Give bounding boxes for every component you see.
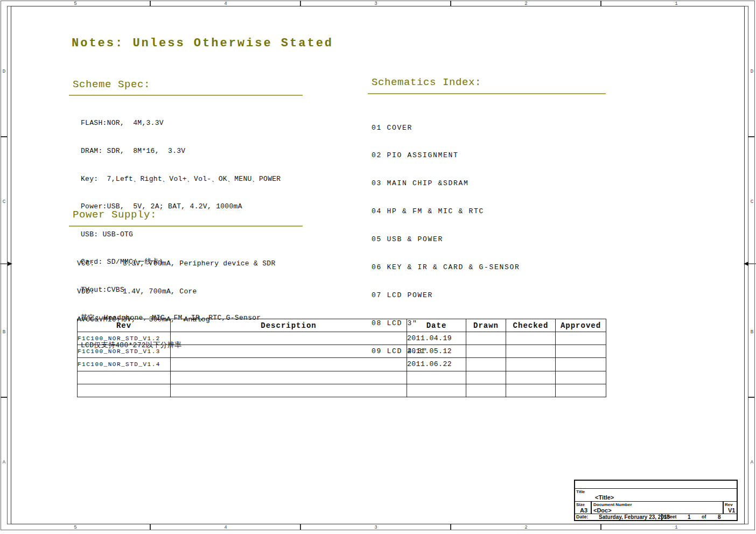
zone-label-top: 5 [70,1,81,6]
zone-label-bottom: 5 [70,525,81,530]
cell-drawn [466,384,506,397]
zone-divider [600,524,601,530]
revision-table: Rev Description Date Drawn Checked Appro… [77,319,606,397]
cell-date: 2011.04.19 [407,332,466,345]
power-supply-heading: Power Supply: [73,209,157,221]
title-value: <Title> [595,494,614,501]
size-label: Size [576,502,585,507]
sheet-of-label: of [702,515,706,519]
title-block-size-row: Size A3 Document Number <Doc> Rev V1 [575,502,737,514]
power-row-value: 1.4V, 700mA, Core [123,287,197,296]
title-block-date-row: Date: Saturday, February 23, 2013 Sheet … [575,514,737,520]
sheet-label: Sheet [663,515,677,519]
cell-date [407,384,466,397]
table-row [78,371,606,384]
cell-drawn [466,332,506,345]
zone-divider [600,1,601,6]
cell-description [171,345,407,358]
cell-date: 2011.05.12 [407,345,466,358]
power-row-value: 3.3V, 700mA, Periphery device & SDR [123,259,276,268]
cell-description [171,358,407,371]
power-row-label: VDD: [77,287,123,296]
title-block-divider [661,514,662,520]
zone-divider [450,524,451,530]
cell-rev: F1C100_NOR_STD_V1.2 [78,332,171,345]
zone-label-top: 1 [671,1,682,6]
zone-label-left: C [2,199,6,205]
cell-checked [506,371,556,384]
index-item: 05 USB & POWER [372,235,520,244]
cell-approved [556,371,606,384]
spec-line: FLASH:NOR, 4M,3.3V [81,118,281,128]
cell-description [171,384,407,397]
cell-rev [78,371,171,384]
cell-approved [556,345,606,358]
scheme-spec-heading: Scheme Spec: [73,79,150,90]
cell-rev: F1C100_NOR_STD_V1.4 [78,358,171,371]
cell-rev [78,384,171,397]
title-block-title-row: Title <Title> [575,489,737,502]
cell-drawn [466,345,506,358]
column-header-approved: Approved [556,319,606,332]
schematics-index-underline [368,93,606,94]
cell-drawn [466,371,506,384]
zone-divider [450,1,451,6]
cell-description [171,371,407,384]
zone-divider [748,397,754,398]
column-header-rev: Rev [78,319,171,332]
index-item: 06 KEY & IR & CARD & G-SENSOR [372,263,520,272]
table-row [78,384,606,397]
column-header-date: Date [407,319,466,332]
title-label: Title [576,489,585,494]
spec-line: Key: 7,Left、Right、Vol+、Vol-、OK、MENU、POWE… [81,174,281,184]
index-item: 03 MAIN CHIP &SDRAM [372,179,520,188]
zone-label-left: D [2,69,6,74]
title-block-divider [591,502,592,514]
index-item: 07 LCD POWER [372,291,520,300]
cell-date: 2011.06.22 [407,358,466,371]
cell-checked [506,358,556,371]
column-header-description: Description [171,319,407,332]
cell-approved [556,358,606,371]
revision-table-header-row: Rev Description Date Drawn Checked Appro… [78,319,606,332]
center-mark-line [0,263,8,264]
schematic-cover-page: 5 4 3 2 1 5 4 3 2 1 D C B A D C B A Note… [0,0,756,534]
zone-label-top: 4 [220,1,231,6]
cell-rev: F1C100_NOR_STD_V1.3 [78,345,171,358]
scheme-spec-underline [69,95,303,96]
cell-checked [506,332,556,345]
date-value: Saturday, February 23, 2013 [599,514,670,520]
sheet-total: 8 [718,514,721,520]
cell-checked [506,345,556,358]
zone-divider [748,136,754,137]
notes-title: Notes: Unless Otherwise Stated [72,37,333,50]
column-header-checked: Checked [506,319,556,332]
zone-label-right: D [750,69,754,74]
cell-approved [556,332,606,345]
zone-divider [1,397,7,398]
spec-line: DRAM: SDR, 8M*16, 3.3V [81,146,281,156]
power-row-label: VCC: [77,259,123,268]
size-value: A3 [580,507,587,514]
sheet-number: 1 [688,514,691,520]
table-row: F1C100_NOR_STD_V1.4 2011.06.22 [78,358,606,371]
power-row: VDD:1.4V, 700mA, Core [77,287,276,296]
cell-checked [506,384,556,397]
power-supply-underline [69,226,303,227]
center-mark-line [748,263,756,264]
zone-divider [150,524,151,530]
cell-description [171,332,407,345]
zone-label-left: B [2,329,6,335]
index-item: 04 HP & FM & MIC & RTC [372,207,520,216]
center-arrow-icon [744,262,748,266]
zone-label-bottom: 3 [370,525,381,530]
table-row: F1C100_NOR_STD_V1.2 2011.04.19 [78,332,606,345]
title-block-divider [723,502,724,514]
power-row: VCC:3.3V, 700mA, Periphery device & SDR [77,259,276,268]
rev-label: Rev [725,502,733,507]
zone-label-top: 2 [521,1,531,6]
index-item: 01 COVER [372,123,520,132]
document-number-label: Document Number [593,502,632,507]
zone-label-bottom: 1 [671,525,682,530]
zone-label-right: A [750,460,754,465]
